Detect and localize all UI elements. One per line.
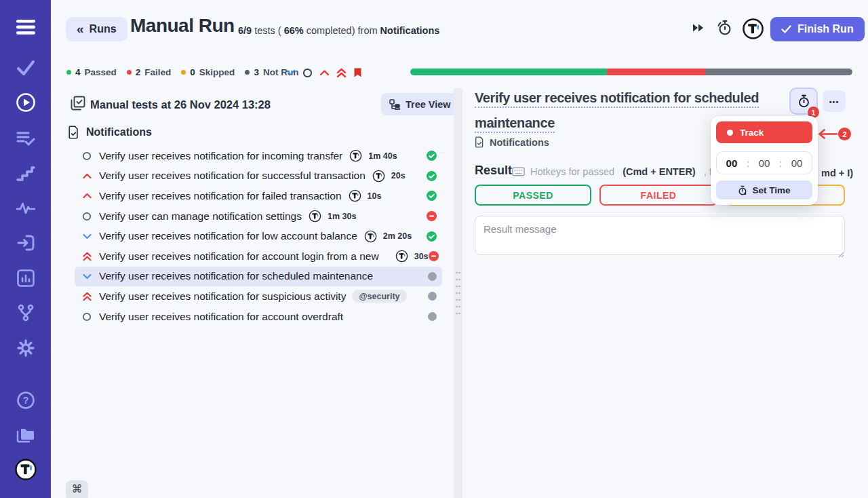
back-to-runs-label: Runs [90,23,117,35]
test-logo-icon [349,189,361,202]
tree-icon [389,99,400,110]
test-duration: 20s [391,171,406,180]
help-icon[interactable]: ? [0,385,51,415]
not-run-dot-icon [245,70,250,75]
more-options-button[interactable] [823,90,846,112]
test-list: Verify user receives notification for in… [75,146,442,326]
test-duration: 30s [414,252,429,261]
sidebar: ? [0,0,51,498]
progress-failed-segment [607,69,705,75]
legend-skipped: 0Skipped [181,67,235,77]
priority-high-icon [81,173,92,179]
timer-icon[interactable] [715,19,733,39]
status-not-run-icon [428,312,437,321]
test-row[interactable]: Verify user receives notification for fa… [75,186,442,206]
play-circle-icon[interactable] [0,88,51,117]
test-row[interactable]: Verify user receives notification for ac… [75,307,442,327]
track-button[interactable]: Track [716,121,812,143]
hours-field[interactable]: 00 [726,157,738,169]
priority-normal-filter-icon[interactable] [302,68,313,78]
mark-failed-button[interactable]: FAILED [599,185,717,206]
status-failed-icon [427,211,437,221]
set-time-button[interactable]: Set Time [716,180,812,199]
command-shortcut-button[interactable] [66,480,88,498]
seconds-field[interactable]: 00 [791,157,803,169]
test-duration: 1m 30s [328,212,356,221]
test-row[interactable]: Verify user can manage notification sett… [75,206,442,227]
logo-icon[interactable] [0,455,51,484]
settings-gear-icon[interactable] [0,333,51,363]
failed-dot-icon [127,70,132,75]
test-row[interactable]: Verify user receives notification for su… [75,286,442,307]
record-dot-icon [727,130,733,136]
test-duration: 1m 40s [368,151,397,161]
fast-forward-icon[interactable] [692,23,705,35]
import-icon[interactable] [0,228,51,258]
folders-icon[interactable] [0,420,51,450]
progress-passed-segment [410,69,607,75]
finish-run-button[interactable]: Finish Run [770,17,865,41]
minutes-field[interactable]: 00 [759,157,770,169]
step-badge-2: 2 [838,128,851,140]
test-row[interactable]: Verify user receives notification for in… [75,146,442,166]
legend-passed: 4Passed [66,67,117,77]
test-row[interactable]: Verify user receives notification for lo… [75,226,442,246]
track-label: Track [740,128,764,138]
priority-critical-icon [81,292,92,301]
list-check-icon[interactable] [0,123,51,153]
test-row-selected[interactable]: Verify user receives notification for sc… [75,267,442,287]
suite-header[interactable]: Notifications [68,126,152,139]
tree-view-button[interactable]: Tree View [381,93,459,115]
svg-text:?: ? [22,395,28,406]
status-not-run-icon [428,292,437,301]
hotkeys-hint-tail: md + I) [821,168,853,178]
priority-normal-icon [81,312,92,322]
steps-icon[interactable] [0,158,51,188]
keyboard-icon [512,167,525,176]
legend-failed: 2Failed [127,67,172,77]
test-logo-icon [364,230,377,243]
priority-low-filter-icon[interactable] [285,69,296,76]
test-logo-icon [349,149,362,162]
test-duration: 2m 20s [383,231,412,241]
priority-high-filter-icon[interactable] [319,69,330,76]
test-row[interactable]: Verify user receives notification for ac… [75,246,442,267]
priority-normal-icon [81,151,92,161]
annotation-step-2: 2 [816,128,851,140]
activity-icon[interactable] [0,193,51,223]
test-row[interactable]: Verify user receives notification for su… [75,166,442,187]
time-input-group: 00 : 00 : 00 [716,151,812,174]
result-section-label: Result [475,164,512,178]
double-chevron-left-icon [77,22,84,37]
result-message-input[interactable] [475,216,845,255]
run-progress-bar [410,69,852,75]
file-check-icon [68,126,79,139]
priority-low-icon [81,273,92,280]
mark-passed-button[interactable]: PASSED [475,185,591,206]
tests-fraction: 6/9 [238,25,252,36]
detail-breadcrumb[interactable]: Notifications [475,136,549,148]
run-title: Manual tests at 26 Nov 2024 13:28 [90,98,271,111]
completed-percent: 66% [284,25,304,36]
stopwatch-gear-icon [738,185,747,195]
stopwatch-button[interactable]: 1 [789,88,818,115]
priority-normal-icon [81,212,92,221]
file-check-icon [475,136,484,148]
test-logo-icon [372,170,385,183]
back-to-runs-button[interactable]: Runs [66,17,127,41]
branch-icon[interactable] [0,298,51,328]
bar-chart-icon[interactable] [0,263,51,293]
test-logo-icon [395,250,408,263]
status-legend: 4Passed 2Failed 0Skipped 3Not Run [66,67,298,77]
test-duration: 10s [368,191,382,201]
check-icon [781,25,791,33]
suite-name: Notifications [86,126,152,138]
stopwatch-icon [797,94,810,108]
priority-critical-filter-icon[interactable] [336,68,347,78]
finish-run-label: Finish Run [797,23,854,35]
bookmark-filter-icon[interactable] [353,67,362,78]
check-icon[interactable] [0,53,51,83]
menu-icon[interactable] [0,12,51,42]
panel-resize-handle[interactable] [454,88,462,498]
brand-logo-icon[interactable] [742,18,764,43]
